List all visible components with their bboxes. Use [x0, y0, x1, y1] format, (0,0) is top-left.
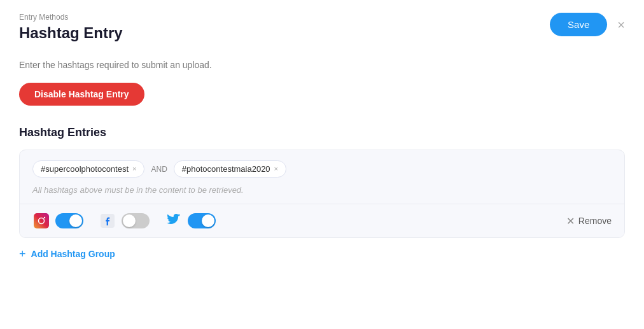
remove-group-button[interactable]: ✕ Remove [566, 215, 612, 227]
social-toggles-row: ✕ Remove [20, 204, 624, 237]
save-button[interactable]: Save [550, 13, 607, 36]
disable-hashtag-entry-button[interactable]: Disable Hashtag Entry [19, 83, 144, 106]
hashtag-tag-1: #supercoolphotocontest × [32, 160, 144, 178]
social-item-facebook [99, 212, 150, 230]
add-plus-icon: + [19, 248, 26, 260]
breadcrumb: Entry Methods [19, 13, 123, 22]
add-group-label: Add Hashtag Group [31, 249, 115, 259]
social-item-instagram [32, 212, 83, 230]
social-item-twitter [165, 212, 216, 230]
close-button[interactable]: × [617, 18, 625, 31]
hashtag-tag-2-value: #photocontestmaia2020 [182, 164, 270, 174]
hashtag-group-card: #supercoolphotocontest × AND #photoconte… [19, 150, 625, 238]
remove-x-icon: ✕ [566, 215, 575, 227]
twitter-toggle[interactable] [188, 213, 216, 228]
remove-label: Remove [578, 216, 612, 226]
facebook-icon [99, 212, 116, 230]
and-connector: AND [151, 165, 167, 174]
instagram-toggle[interactable] [55, 213, 83, 228]
twitter-icon [165, 212, 183, 230]
header-right: Save × [550, 13, 625, 36]
facebook-toggle[interactable] [122, 213, 150, 228]
add-hashtag-group-button[interactable]: + Add Hashtag Group [19, 248, 115, 260]
svg-point-2 [44, 217, 45, 218]
hashtag-tag-2: #photocontestmaia2020 × [174, 160, 286, 178]
page-container: Entry Methods Hashtag Entry Save × Enter… [0, 0, 644, 279]
hashtag-tags-row: #supercoolphotocontest × AND #photoconte… [20, 150, 624, 185]
description-text: Enter the hashtags required to submit an… [19, 60, 625, 70]
header: Entry Methods Hashtag Entry Save × [19, 13, 625, 42]
svg-rect-0 [34, 213, 49, 228]
hashtag-tag-1-remove[interactable]: × [132, 165, 136, 172]
hashtag-tag-1-value: #supercoolphotocontest [41, 164, 129, 174]
instagram-icon [32, 212, 50, 230]
hashtag-hint: All hashtags above must be in the conten… [20, 185, 624, 204]
hashtag-tag-2-remove[interactable]: × [274, 165, 278, 172]
page-title: Hashtag Entry [19, 24, 123, 42]
hashtag-entries-section-title: Hashtag Entries [19, 126, 625, 139]
header-left: Entry Methods Hashtag Entry [19, 13, 123, 42]
